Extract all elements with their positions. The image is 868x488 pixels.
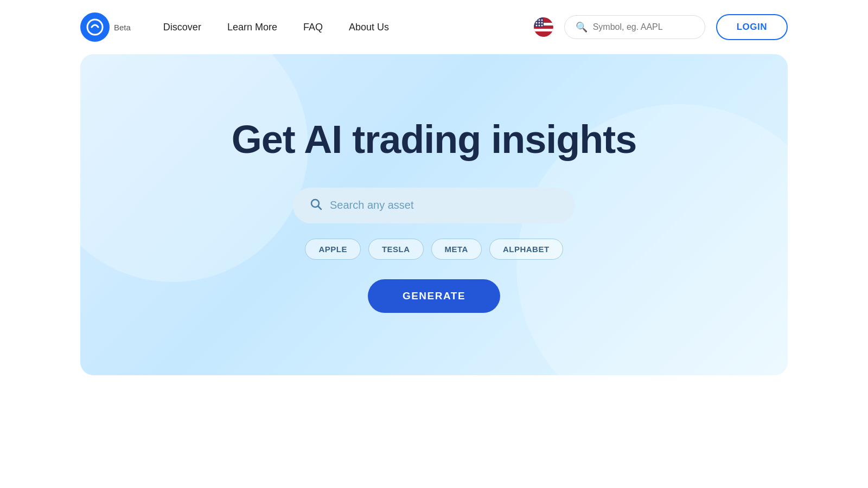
nav-about-us[interactable]: About Us bbox=[349, 22, 389, 33]
hero-search-icon bbox=[309, 197, 322, 214]
nav-search-icon: 🔍 bbox=[576, 21, 588, 33]
nav-search-input[interactable] bbox=[593, 22, 694, 32]
svg-point-5 bbox=[535, 20, 537, 21]
svg-point-10 bbox=[541, 22, 542, 24]
bottom-area bbox=[0, 375, 868, 397]
nav-discover[interactable]: Discover bbox=[163, 22, 201, 33]
nav-right: 🔍 LOGIN bbox=[534, 14, 788, 40]
hero-search-bar[interactable] bbox=[293, 188, 575, 223]
nav-learn-more[interactable]: Learn More bbox=[227, 22, 277, 33]
hero-title: Get AI trading insights bbox=[232, 117, 636, 162]
svg-point-13 bbox=[541, 25, 542, 27]
chip-alphabet[interactable]: ALPHABET bbox=[489, 239, 563, 260]
nav-links: Discover Learn More FAQ About Us bbox=[163, 22, 512, 33]
svg-point-11 bbox=[535, 25, 537, 27]
svg-point-12 bbox=[538, 25, 540, 27]
svg-point-0 bbox=[87, 20, 103, 35]
login-button[interactable]: LOGIN bbox=[716, 14, 788, 40]
beta-label: Beta bbox=[114, 23, 131, 32]
logo-area: Beta bbox=[80, 12, 131, 42]
language-flag[interactable] bbox=[534, 17, 553, 37]
hero-search-input[interactable] bbox=[330, 199, 559, 211]
hero-section: Get AI trading insights APPLE TESLA META… bbox=[80, 54, 788, 375]
navbar: Beta Discover Learn More FAQ About Us bbox=[0, 0, 868, 54]
svg-point-6 bbox=[538, 20, 540, 21]
logo-icon[interactable] bbox=[80, 12, 110, 42]
chip-tesla[interactable]: TESLA bbox=[368, 239, 424, 260]
svg-point-9 bbox=[538, 22, 540, 24]
chips-container: APPLE TESLA META ALPHABET bbox=[305, 239, 563, 260]
chip-meta[interactable]: META bbox=[431, 239, 482, 260]
svg-line-15 bbox=[318, 206, 322, 209]
nav-search-bar[interactable]: 🔍 bbox=[564, 15, 705, 39]
chip-apple[interactable]: APPLE bbox=[305, 239, 361, 260]
svg-rect-3 bbox=[534, 29, 553, 31]
generate-button[interactable]: GENERATE bbox=[368, 279, 500, 313]
svg-point-7 bbox=[541, 20, 542, 21]
svg-point-8 bbox=[535, 22, 537, 24]
nav-faq[interactable]: FAQ bbox=[303, 22, 323, 33]
